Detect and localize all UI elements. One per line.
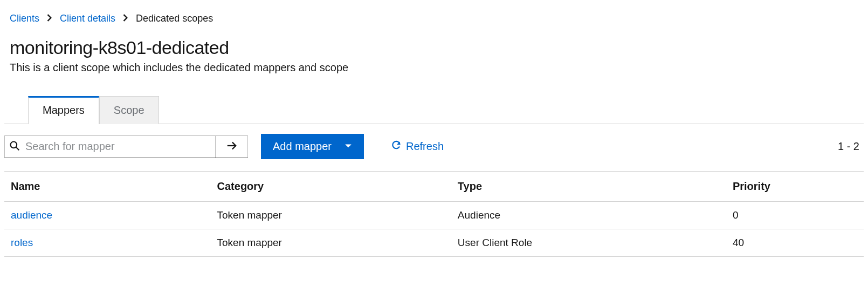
table-header-row: Name Category Type Priority	[4, 172, 864, 202]
chevron-right-icon	[47, 13, 52, 24]
caret-down-icon	[345, 140, 352, 153]
col-type: Type	[451, 172, 726, 202]
tab-mappers[interactable]: Mappers	[28, 96, 99, 124]
tabs: Mappers Scope	[4, 96, 864, 124]
cell-priority: 40	[726, 229, 864, 257]
cell-type: User Client Role	[451, 229, 726, 257]
search-submit-button[interactable]	[215, 136, 247, 158]
breadcrumb: Clients Client details Dedicated scopes	[4, 9, 864, 24]
col-name: Name	[4, 172, 211, 202]
toolbar: Add mapper Refresh 1 - 2	[4, 124, 864, 169]
breadcrumb-client-details[interactable]: Client details	[60, 13, 115, 24]
search-input[interactable]	[25, 140, 211, 153]
add-mapper-button[interactable]: Add mapper	[261, 134, 364, 159]
breadcrumb-current: Dedicated scopes	[136, 13, 213, 24]
cell-priority: 0	[726, 202, 864, 229]
chevron-right-icon	[123, 13, 128, 24]
col-category: Category	[211, 172, 451, 202]
page-title: monitoring-k8s01-dedicated	[10, 37, 858, 58]
cell-type: Audience	[451, 202, 726, 229]
arrow-right-icon	[226, 140, 238, 154]
add-mapper-label: Add mapper	[273, 140, 332, 153]
pagination: 1 - 2	[838, 140, 864, 153]
mapper-link[interactable]: roles	[11, 237, 33, 248]
cell-category: Token mapper	[211, 202, 451, 229]
page-subtitle: This is a client scope which includes th…	[10, 62, 858, 74]
search-icon	[9, 140, 25, 153]
pagination-range: 1 - 2	[838, 140, 859, 153]
cell-category: Token mapper	[211, 229, 451, 257]
refresh-button[interactable]: Refresh	[391, 140, 444, 153]
table-row: audience Token mapper Audience 0	[4, 202, 864, 229]
search-group	[4, 135, 248, 158]
svg-point-0	[11, 141, 17, 148]
col-priority: Priority	[726, 172, 864, 202]
page-header: monitoring-k8s01-dedicated This is a cli…	[4, 24, 864, 78]
tab-scope[interactable]: Scope	[99, 96, 159, 124]
mapper-link[interactable]: audience	[11, 209, 52, 221]
breadcrumb-clients[interactable]: Clients	[10, 13, 39, 24]
svg-line-1	[16, 147, 19, 150]
table-row: roles Token mapper User Client Role 40	[4, 229, 864, 257]
mappers-table: Name Category Type Priority audience Tok…	[4, 171, 864, 257]
refresh-label: Refresh	[406, 140, 444, 153]
refresh-icon	[391, 140, 402, 153]
